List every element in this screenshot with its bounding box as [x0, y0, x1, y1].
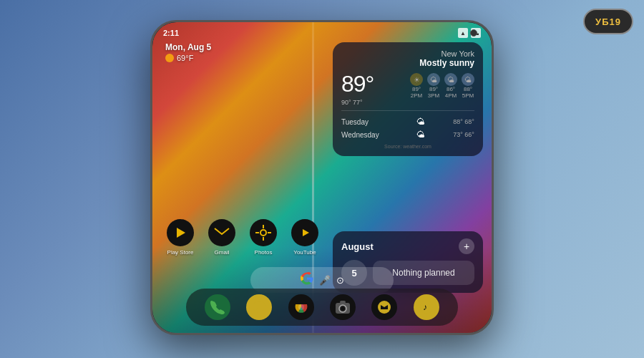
weather-location: New York: [341, 49, 474, 58]
play-store-icon: [167, 219, 194, 246]
dock-spotify[interactable]: ♪: [414, 294, 439, 320]
wednesday-label: Wednesday: [341, 131, 388, 139]
svg-marker-0: [177, 228, 185, 238]
weather-description: Mostly sunny: [341, 58, 474, 68]
svg-point-2: [260, 230, 266, 236]
svg-point-16: [341, 306, 345, 311]
temp-display: 69°F: [165, 54, 211, 62]
hour-time-3: 4PM: [444, 92, 457, 99]
lens-icon[interactable]: ⊙: [336, 275, 344, 286]
phone-screen: 2:11 ▲ ▬ Mon, Aug 5 69°F New York Mostly…: [152, 22, 492, 333]
phone-frame: 2:11 ▲ ▬ Mon, Aug 5 69°F New York Mostly…: [150, 20, 494, 335]
logo-text: УБ19: [595, 16, 621, 27]
weather-hour-1: ☀ 89° 2PM: [410, 73, 423, 99]
hour-icon-3: 🌤: [444, 73, 457, 86]
svg-rect-17: [340, 301, 346, 304]
hour-icon-4: 🌤: [462, 73, 474, 86]
dock-phone[interactable]: [205, 294, 230, 320]
weather-hour-2: 🌤 89° 3PM: [427, 73, 440, 99]
weather-hour-4: 🌤 88° 5PM: [462, 73, 474, 99]
weather-divider: [341, 110, 474, 111]
logo: УБ19: [583, 9, 633, 34]
gmail-icon: [208, 219, 235, 246]
weather-source: Source: weather.com: [341, 144, 474, 149]
app-photos[interactable]: Photos: [250, 219, 277, 256]
hour-temp-3: 86°: [444, 86, 457, 92]
dock-chrome[interactable]: [288, 294, 314, 320]
hour-temp-1: 89°: [410, 86, 423, 92]
weather-temp: 89°: [341, 71, 374, 97]
status-time: 2:11: [163, 29, 179, 37]
temp-value: 69°F: [177, 54, 193, 62]
status-icons: ▲ ▬: [458, 28, 481, 38]
weather-wednesday: Wednesday 🌤 73° 66°: [341, 128, 474, 141]
date-widget: Mon, Aug 5 69°F: [165, 42, 211, 62]
wednesday-icon: 🌤: [416, 130, 425, 140]
tuesday-label: Tuesday: [341, 118, 388, 126]
temp-number: 89°: [341, 71, 374, 97]
right-panel: New York Mostly sunny 89° ☀ 89° 2PM 🌤: [333, 42, 483, 156]
google-g: [301, 272, 313, 288]
tuesday-icon: 🌤: [416, 117, 425, 127]
hour-temp-2: 89°: [427, 86, 440, 92]
camera-notch: [470, 29, 477, 37]
dock-messenger[interactable]: [371, 294, 397, 320]
app-play-store[interactable]: Play Store: [167, 219, 194, 256]
play-store-label: Play Store: [167, 249, 194, 256]
calendar-add-button[interactable]: +: [459, 238, 474, 254]
hour-icon-1: ☀: [410, 73, 423, 86]
dock-messages[interactable]: [246, 294, 272, 320]
app-gmail[interactable]: Gmail: [208, 219, 235, 256]
weather-high-low: 90° 77°: [341, 99, 474, 106]
left-panel: Mon, Aug 5 69°F: [165, 42, 211, 62]
photos-icon: [250, 219, 277, 246]
calendar-month: August: [341, 241, 374, 252]
weather-widget: New York Mostly sunny 89° ☀ 89° 2PM 🌤: [333, 42, 483, 156]
hour-time-1: 2PM: [410, 92, 423, 99]
dock-camera[interactable]: [330, 294, 356, 320]
weather-hourly: ☀ 89° 2PM 🌤 89° 3PM 🌤 86° 4PM: [410, 73, 474, 99]
status-bar: 2:11 ▲ ▬: [163, 28, 481, 38]
tuesday-temps: 88° 68°: [453, 118, 474, 125]
weather-hour-3: 🌤 86° 4PM: [444, 73, 457, 99]
gmail-label: Gmail: [215, 249, 230, 256]
youtube-label: YouTube: [293, 249, 316, 256]
hour-temp-4: 88°: [462, 86, 474, 92]
photos-label: Photos: [255, 249, 273, 256]
hour-time-4: 5PM: [462, 92, 474, 99]
microphone-icon[interactable]: 🎤: [319, 275, 331, 286]
svg-text:♪: ♪: [423, 302, 427, 312]
wifi-icon: ▲: [458, 28, 468, 38]
hour-time-2: 3PM: [427, 92, 440, 99]
youtube-icon: [291, 219, 318, 246]
hour-icon-2: 🌤: [427, 73, 440, 86]
svg-rect-1: [214, 227, 230, 238]
svg-point-9: [253, 301, 265, 311]
dock: ♪: [186, 289, 458, 326]
sun-icon: [165, 54, 174, 62]
calendar-header: August +: [341, 238, 474, 254]
apps-row: Play Store Gmail: [167, 219, 318, 256]
weather-tuesday: Tuesday 🌤 88° 68°: [341, 115, 474, 128]
date-display: Mon, Aug 5: [165, 42, 211, 52]
wednesday-temps: 73° 66°: [453, 131, 474, 138]
app-youtube[interactable]: YouTube: [291, 219, 318, 256]
